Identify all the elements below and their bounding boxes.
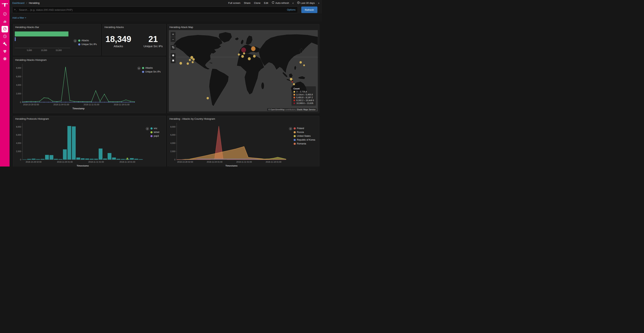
attacks-line-chart[interactable]: 02,0004,0006,0008,0002018-10-28 02:00201… (13, 62, 137, 110)
panel-title[interactable]: Heralding Attacks (102, 24, 166, 29)
share-button[interactable]: Share (244, 2, 250, 5)
auto-refresh-button[interactable]: Auto-refresh (272, 1, 289, 5)
panel-title[interactable]: Heralding - Attacks by Country Histogram (168, 116, 319, 121)
attack-map-marker[interactable] (290, 78, 292, 81)
sidebar-item-discover[interactable] (2, 11, 8, 18)
legend-items: vnctelnetpop3 (150, 127, 159, 167)
svg-text:2,000: 2,000 (16, 150, 21, 153)
top-nav-bar: Dashboard / Heralding Full screen Share … (10, 0, 322, 6)
attack-map-marker[interactable] (251, 47, 256, 51)
time-back-chevron[interactable]: ‹ (292, 1, 294, 5)
panel-title[interactable]: Heralding Attacks Histogram (13, 57, 166, 62)
map-legend-row: 8,182.2 – 10,908.6 (294, 99, 314, 102)
chart-legend: » AttacksUnique Src IPs (74, 29, 100, 53)
legend-item[interactable]: Poland (294, 127, 315, 130)
legend-collapse-icon[interactable]: » (137, 67, 141, 70)
fit-bounds-button[interactable] (170, 45, 176, 50)
legend-item[interactable]: telnet (150, 131, 159, 134)
sidebar-item-dashboard[interactable] (2, 26, 8, 33)
legend-item[interactable]: pop3 (150, 135, 159, 137)
legend-label: 5,455.8 – 8,182.2 (296, 96, 313, 99)
legend-item[interactable]: vnc (150, 127, 159, 130)
query-options-link[interactable]: Options (287, 8, 296, 11)
osm-attribution[interactable]: © OpenStreetMap (268, 108, 284, 111)
attack-map-marker[interactable] (180, 62, 182, 65)
sidebar-item-management[interactable] (2, 56, 8, 62)
time-range-picker[interactable]: Last 30 days (297, 1, 315, 5)
panel-content: 02,0004,0006,0008,0002018-10-28 02:00201… (168, 121, 319, 167)
metric-attacks: 18,349 Attacks (106, 35, 131, 48)
search-input[interactable] (12, 7, 298, 13)
panel-content: 02,0004,0006,0008,0002018-10-28 02:00201… (13, 121, 166, 167)
breadcrumb-separator: / (26, 2, 27, 5)
sidebar-item-visualize[interactable] (2, 19, 8, 25)
elastic-maps-link[interactable]: Elastic Maps Service (297, 108, 316, 111)
legend-label: telnet (154, 131, 159, 134)
panel-title[interactable]: Heralding Attack Map (168, 24, 319, 29)
attacks-bar-chart[interactable]: 5,00010,00015,000 (13, 29, 74, 53)
sidebar-item-monitoring[interactable] (2, 48, 8, 55)
attack-map-marker[interactable] (243, 52, 245, 55)
legend-item[interactable]: Republic of Korea (294, 139, 315, 141)
attack-map-marker[interactable] (206, 97, 209, 99)
legend-item[interactable]: Attacks (142, 67, 160, 69)
time-forward-chevron[interactable]: › (318, 1, 319, 5)
legend-item[interactable]: Unique Src IPs (142, 70, 160, 73)
attack-map-marker[interactable] (189, 59, 191, 61)
panel-title[interactable]: Heralding Protocols Histogram (13, 116, 166, 121)
legend-item[interactable]: Unique Src IPs (78, 43, 97, 46)
polygon-select-button[interactable] (170, 53, 176, 58)
refresh-query-button[interactable]: Refresh (301, 7, 318, 13)
attack-map-marker[interactable] (238, 53, 240, 56)
attack-map-marker[interactable] (293, 83, 295, 85)
attack-map-marker[interactable] (248, 57, 251, 60)
legend-collapse-icon[interactable]: » (289, 127, 292, 130)
compass-icon (3, 12, 7, 17)
country-area-chart[interactable]: 02,0004,0006,0008,0002018-10-28 02:00201… (168, 121, 289, 167)
attack-map-marker[interactable] (300, 61, 302, 64)
country_histogram-svg[interactable]: 02,0004,0006,0008,0002018-10-28 02:00201… (168, 121, 289, 167)
panel-title[interactable]: Heralding Attacks Bar (13, 24, 100, 29)
legend-swatch (142, 71, 144, 73)
attack-map-marker[interactable] (192, 58, 195, 61)
edit-button[interactable]: Edit (264, 2, 268, 5)
legend-item[interactable]: Russia (294, 131, 315, 134)
add-filter-link[interactable]: Add a filter + (12, 16, 26, 19)
legend-swatch (150, 131, 152, 133)
sidebar-item-devtools[interactable] (2, 41, 8, 47)
breadcrumb-current: Heralding (29, 2, 40, 5)
legend-item[interactable]: Attacks (78, 39, 97, 42)
rectangle-select-button[interactable] (170, 58, 176, 63)
legend-label: 3 – 2,729.4 (296, 91, 307, 93)
clone-button[interactable]: Clone (254, 2, 260, 5)
chart-legend: » PolandRussiaUnited StatesRepublic of K… (289, 121, 319, 167)
attack-map-marker[interactable] (303, 65, 305, 66)
protocols-bar-chart[interactable]: 02,0004,0006,0008,0002018-10-28 02:00201… (13, 121, 146, 167)
legend-collapse-icon[interactable]: » (74, 39, 77, 43)
legend-collapse-icon[interactable]: » (146, 127, 149, 130)
full-screen-button[interactable]: Full screen (228, 2, 240, 5)
attacks_histogram-svg[interactable]: 02,0004,0006,0008,0002018-10-28 02:00201… (13, 62, 137, 110)
zoom-out-button[interactable]: − (170, 37, 176, 42)
protocols_histogram-svg[interactable]: 02,0004,0006,0008,0002018-10-28 02:00201… (13, 121, 146, 167)
legend-item[interactable]: United States (294, 135, 315, 137)
attack-map-marker[interactable] (241, 55, 244, 58)
panel-heralding-attacks-metric: Heralding Attacks 18,349 Attacks 21 Uniq… (102, 24, 166, 56)
attack-map-marker[interactable] (192, 61, 194, 63)
breadcrumb-dashboard-link[interactable]: Dashboard (12, 2, 24, 5)
zoom-in-button[interactable]: + (170, 32, 176, 37)
legend-swatch (294, 139, 296, 141)
svg-text:2,000: 2,000 (170, 150, 176, 153)
gear-icon (3, 57, 7, 61)
attack-map-marker[interactable] (253, 55, 256, 58)
legend-rows: 3 – 2,729.42,729.4 – 5,455.85,455.8 – 8,… (294, 91, 314, 104)
attack-map-marker[interactable] (186, 62, 189, 65)
attack-map-marker[interactable] (241, 48, 246, 53)
sidebar-item-timelion[interactable] (2, 33, 8, 40)
telekom-t-logo (2, 2, 8, 8)
attacks_bar-svg[interactable]: 5,00010,00015,000 (13, 29, 74, 53)
legend-item[interactable]: Romania (294, 142, 315, 145)
search-box: >_ Options (12, 7, 298, 13)
attack-map-marker[interactable] (292, 81, 293, 83)
world-map[interactable]: + − (169, 30, 318, 111)
